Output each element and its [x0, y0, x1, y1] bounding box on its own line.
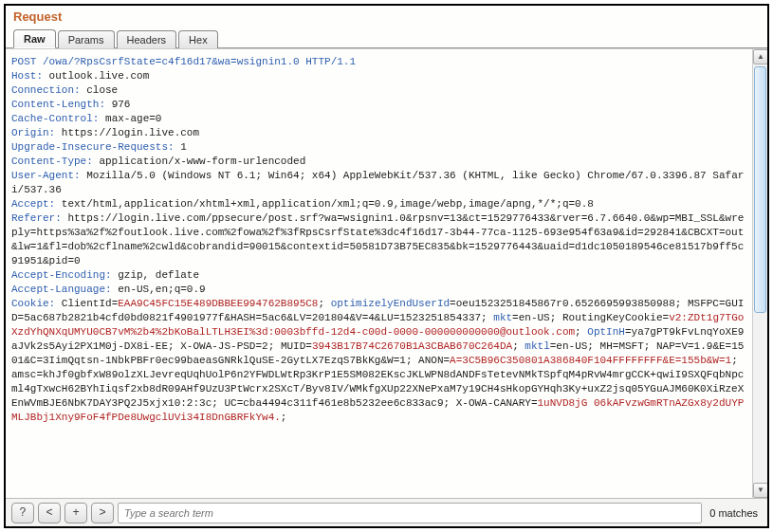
prev-button[interactable]: < [38, 503, 61, 523]
scroll-down-icon[interactable]: ▼ [753, 483, 767, 498]
scrollbar[interactable]: ▲ ▼ [752, 49, 767, 498]
search-input[interactable] [118, 503, 702, 523]
add-button[interactable]: + [64, 503, 87, 523]
search-bar: ? < + > 0 matches [6, 498, 767, 526]
next-button[interactable]: > [91, 503, 114, 523]
tab-bar: Raw Params Headers Hex [6, 26, 767, 48]
help-button[interactable]: ? [11, 503, 34, 523]
panel-title: Request [6, 6, 767, 26]
tab-raw[interactable]: Raw [13, 29, 56, 48]
tab-params[interactable]: Params [58, 30, 115, 48]
request-panel: Request Raw Params Headers Hex ▲ ▼ POST … [4, 4, 769, 528]
matches-label: 0 matches [706, 507, 762, 519]
tab-headers[interactable]: Headers [117, 30, 177, 48]
scroll-up-icon[interactable]: ▲ [753, 49, 767, 64]
content-area: ▲ ▼ POST /owa/?RpsCsrfState=c4f16d17&wa=… [6, 48, 767, 498]
tab-hex[interactable]: Hex [178, 30, 218, 48]
raw-text[interactable]: POST /owa/?RpsCsrfState=c4f16d17&wa=wsig… [6, 49, 752, 498]
scroll-thumb[interactable] [754, 66, 766, 313]
